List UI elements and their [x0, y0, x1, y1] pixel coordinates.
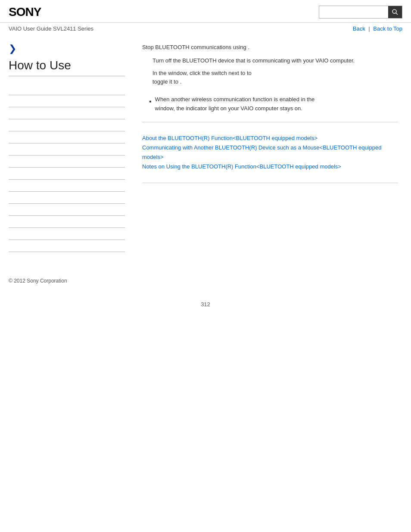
sidebar-nav-item-11[interactable] — [9, 204, 125, 216]
turn-off-text: Turn off the BLUETOOTH device that is co… — [153, 56, 398, 65]
back-link[interactable]: Back — [353, 25, 365, 32]
content-divider-2 — [142, 183, 398, 183]
search-input[interactable] — [319, 6, 388, 18]
in-the-text: In the window, click the switch next to … — [153, 69, 398, 87]
svg-line-1 — [396, 13, 398, 15]
sidebar-nav-item-3[interactable] — [9, 107, 125, 119]
sidebar-nav-item-7[interactable] — [9, 156, 125, 168]
sidebar-nav-item-14[interactable] — [9, 240, 125, 252]
stop-bluetooth-text: Stop BLUETOOTH communications using . — [142, 43, 398, 52]
bullet-item-1: • When another wireless communication fu… — [149, 95, 398, 113]
footer: © 2012 Sony Corporation — [0, 269, 411, 292]
related-link-3[interactable]: Notes on Using the BLUETOOTH(R) Function… — [142, 162, 398, 171]
sidebar-nav-item-9[interactable] — [9, 180, 125, 192]
bullet-dot: • — [149, 96, 152, 107]
main-container: ❯ How to Use Stop BLUETOOTH communicatio… — [0, 34, 411, 261]
related-links-section: About the BLUETOOTH(R) Function<BLUETOOT… — [142, 129, 398, 176]
svg-point-0 — [392, 9, 396, 13]
guide-title: VAIO User Guide SVL2411 Series — [9, 25, 93, 32]
bullet-section: • When another wireless communication fu… — [142, 95, 398, 113]
sidebar-nav-item-2[interactable] — [9, 95, 125, 107]
back-to-top-link[interactable]: Back to Top — [373, 25, 402, 32]
sidebar-title: How to Use — [9, 59, 125, 76]
stop-bluetooth-section: Stop BLUETOOTH communications using . Tu… — [142, 43, 398, 87]
related-link-1[interactable]: About the BLUETOOTH(R) Function<BLUETOOT… — [142, 134, 398, 143]
sidebar-nav-item-1[interactable] — [9, 83, 125, 95]
content-divider-1 — [142, 122, 398, 122]
nav-bar: VAIO User Guide SVL2411 Series Back | Ba… — [0, 23, 411, 34]
page-header: SONY — [0, 0, 411, 23]
sidebar-nav-item-4[interactable] — [9, 119, 125, 131]
sidebar: ❯ How to Use — [0, 34, 134, 261]
content-area: Stop BLUETOOTH communications using . Tu… — [134, 34, 411, 261]
sidebar-nav-item-8[interactable] — [9, 168, 125, 180]
search-box — [319, 6, 402, 19]
page-number: 312 — [0, 292, 411, 312]
search-icon — [392, 9, 399, 16]
sidebar-nav-item-13[interactable] — [9, 228, 125, 240]
sidebar-chevron-icon: ❯ — [9, 43, 125, 54]
nav-links: Back | Back to Top — [353, 25, 402, 32]
copyright-text: © 2012 Sony Corporation — [9, 278, 67, 284]
sidebar-nav-item-5[interactable] — [9, 131, 125, 143]
sidebar-nav-item-12[interactable] — [9, 216, 125, 228]
sidebar-nav-item-6[interactable] — [9, 143, 125, 156]
related-link-2[interactable]: Communicating with Another BLUETOOTH(R) … — [142, 143, 398, 162]
sidebar-nav-item-10[interactable] — [9, 192, 125, 204]
nav-separator: | — [368, 25, 371, 32]
sony-logo: SONY — [9, 5, 41, 19]
search-button[interactable] — [388, 6, 402, 18]
